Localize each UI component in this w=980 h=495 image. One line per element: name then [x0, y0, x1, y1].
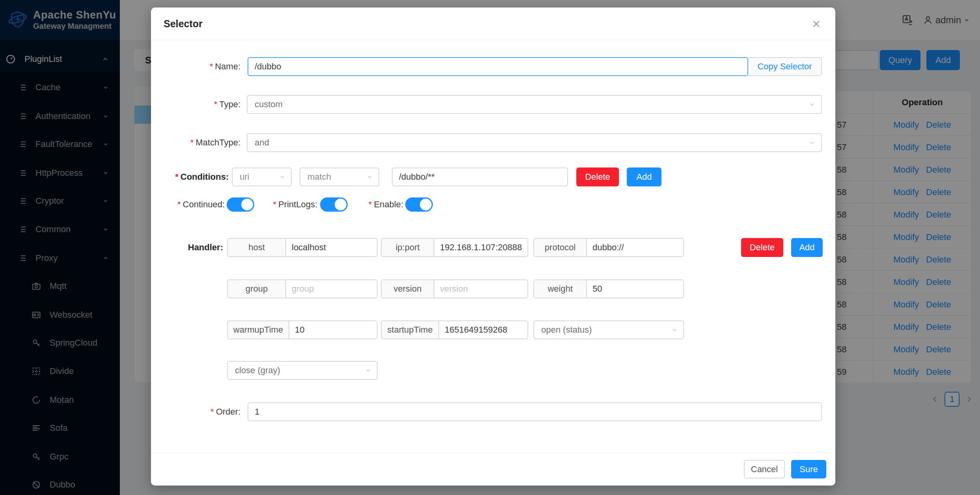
- continued-label: * Continued:: [151, 197, 225, 212]
- host-prefix: host: [228, 239, 286, 256]
- type-label: * Type:: [151, 95, 240, 114]
- matchtype-select[interactable]: and: [247, 133, 822, 152]
- status-select[interactable]: open (status): [533, 320, 684, 339]
- handler-group-group: group: [227, 279, 378, 298]
- handler-warmuptime-group: warmupTime: [227, 320, 378, 339]
- toggle-knob: [335, 199, 347, 210]
- version-prefix: version: [382, 280, 434, 298]
- name-label: * Name:: [151, 57, 240, 76]
- handler-weight-group: weight: [533, 279, 684, 298]
- group-prefix: group: [228, 280, 286, 298]
- ipport-prefix: ip:port: [382, 239, 434, 256]
- required-mark: *: [210, 61, 213, 72]
- group-input[interactable]: [286, 280, 377, 298]
- continued-toggle[interactable]: [227, 197, 254, 212]
- protocol-input[interactable]: [587, 239, 683, 256]
- required-mark: *: [211, 407, 214, 417]
- required-mark: *: [190, 138, 194, 148]
- enable-label: * Enable:: [364, 197, 403, 212]
- weight-prefix: weight: [534, 280, 587, 298]
- printlogs-toggle[interactable]: [320, 197, 348, 212]
- gray-select[interactable]: close (gray): [227, 361, 378, 380]
- startuptime-input[interactable]: [439, 321, 527, 339]
- handler-startuptime-group: startupTime: [381, 320, 528, 339]
- chevron-down-icon: [809, 101, 816, 108]
- protocol-prefix: protocol: [534, 239, 587, 256]
- condition-param-select[interactable]: uri: [232, 167, 292, 186]
- warmuptime-input[interactable]: [289, 321, 377, 339]
- host-input[interactable]: [286, 239, 377, 256]
- selector-modal: Selector ✕ * Name: Copy Selector * Type:…: [151, 7, 835, 486]
- version-input[interactable]: [434, 280, 527, 298]
- enable-toggle[interactable]: [405, 197, 433, 212]
- modal-footer-divider: [151, 452, 835, 453]
- close-icon[interactable]: ✕: [808, 15, 825, 33]
- weight-input[interactable]: [587, 280, 683, 298]
- type-select[interactable]: custom: [247, 95, 822, 114]
- handler-ipport-group: ip:port: [381, 238, 528, 257]
- order-input[interactable]: [248, 402, 822, 421]
- required-mark: *: [175, 172, 179, 182]
- required-mark: *: [369, 199, 372, 210]
- handler-protocol-group: protocol: [533, 238, 684, 257]
- handler-add-button[interactable]: Add: [791, 238, 823, 257]
- chevron-down-icon: [365, 367, 371, 374]
- handler-delete-button[interactable]: Delete: [741, 238, 783, 257]
- copy-selector-button[interactable]: Copy Selector: [748, 57, 822, 76]
- conditions-label: * Conditions:: [151, 167, 229, 186]
- app-root: Apache ShenYu Gateway Managment PluginLi…: [0, 0, 980, 495]
- chevron-down-icon: [809, 139, 816, 146]
- startuptime-prefix: startupTime: [382, 321, 439, 339]
- toggle-knob: [420, 199, 432, 210]
- printlogs-label: * PrintLogs:: [269, 197, 317, 212]
- order-label: * Order:: [151, 402, 240, 421]
- name-input[interactable]: [248, 57, 748, 76]
- modal-header: Selector ✕: [151, 7, 835, 40]
- ipport-input[interactable]: [434, 239, 527, 256]
- condition-delete-button[interactable]: Delete: [576, 167, 619, 186]
- handler-label: Handler:: [151, 238, 223, 257]
- chevron-down-icon: [367, 174, 373, 180]
- condition-operator-select[interactable]: match: [300, 167, 379, 186]
- required-mark: *: [214, 99, 218, 110]
- required-mark: *: [177, 199, 181, 210]
- handler-version-group: version: [381, 279, 528, 298]
- condition-value-input[interactable]: [392, 167, 568, 186]
- warmuptime-prefix: warmupTime: [228, 321, 289, 339]
- chevron-down-icon: [279, 174, 285, 180]
- required-mark: *: [273, 199, 276, 210]
- matchtype-label: * MatchType:: [151, 133, 240, 152]
- handler-host-group: host: [227, 238, 378, 257]
- toggle-knob: [241, 199, 253, 210]
- cancel-button[interactable]: Cancel: [744, 460, 785, 478]
- condition-add-button[interactable]: Add: [627, 167, 661, 186]
- chevron-down-icon: [671, 327, 678, 333]
- modal-title: Selector: [164, 7, 203, 40]
- sure-button[interactable]: Sure: [791, 460, 826, 478]
